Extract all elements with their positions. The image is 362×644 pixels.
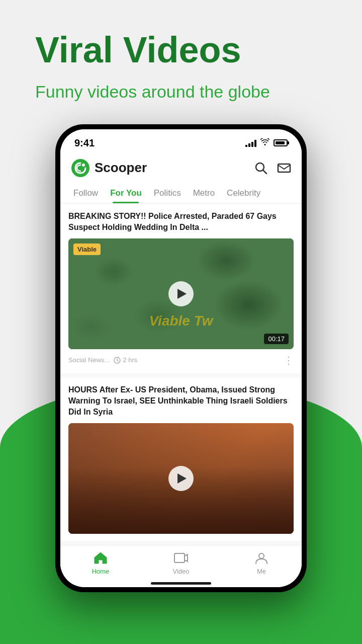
news-time-1: 2 hrs: [123, 356, 137, 364]
home-bar: [151, 582, 211, 585]
wifi-icon: [260, 138, 269, 147]
me-label: Me: [257, 568, 266, 575]
video-thumbnail-1[interactable]: Viable Viable Tw 00:17: [68, 238, 294, 349]
more-options-1[interactable]: ⋮: [284, 354, 294, 366]
battery-icon: [274, 139, 288, 146]
bottom-nav-video[interactable]: Video: [141, 550, 221, 575]
news-time-area-1: 2 hrs: [114, 356, 137, 364]
header-actions: [253, 160, 292, 176]
phone-screen: 9:41: [60, 129, 302, 587]
page-background: Viral Videos Funny videos around the glo…: [0, 0, 362, 644]
page-subtitle: Funny videos around the globe: [35, 80, 327, 104]
tab-metro[interactable]: Metro: [187, 183, 221, 203]
page-title: Viral Videos: [35, 30, 327, 70]
news-item-1: BREAKING STORY!! Police Arrested, Parade…: [60, 204, 302, 373]
news-meta-left-1: Social News... 2 hrs: [68, 356, 137, 364]
svg-rect-3: [278, 164, 290, 172]
content-area: BREAKING STORY!! Police Arrested, Parade…: [60, 204, 302, 545]
app-header: Scooper: [60, 153, 302, 183]
clock-icon: [114, 357, 121, 364]
status-time: 9:41: [74, 137, 95, 149]
news-meta-1: Social News... 2 hrs ⋮: [68, 354, 294, 366]
home-icon: [93, 550, 108, 566]
svg-point-6: [259, 553, 264, 558]
news-title-1: BREAKING STORY!! Police Arrested, Parade…: [68, 211, 294, 233]
home-label: Home: [92, 568, 110, 575]
home-indicator: [60, 583, 302, 587]
play-triangle-icon: [177, 289, 187, 299]
person-icon: [254, 550, 269, 566]
mail-icon[interactable]: [277, 160, 292, 176]
svg-rect-5: [174, 553, 185, 562]
nav-tabs: Follow For You Politics Metro Celebrity: [60, 183, 302, 204]
tab-for-you[interactable]: For You: [104, 183, 148, 203]
phone-frame: 9:41: [55, 124, 307, 592]
header-section: Viral Videos Funny videos around the glo…: [0, 0, 362, 104]
app-name: Scooper: [95, 160, 147, 176]
search-icon[interactable]: [253, 160, 268, 176]
tab-celebrity[interactable]: Celebrity: [221, 183, 266, 203]
video-duration-1: 00:17: [264, 334, 289, 344]
play-triangle-icon-2: [177, 473, 187, 484]
video-thumbnail-2[interactable]: [68, 423, 294, 534]
news-title-2: HOURS After Ex- US President, Obama, Iss…: [68, 384, 294, 418]
tab-follow[interactable]: Follow: [67, 183, 104, 203]
bottom-nav: Home Video Me: [60, 545, 302, 583]
svg-point-0: [71, 159, 89, 177]
logo-area: Scooper: [70, 158, 147, 178]
video-label-1: Viable: [73, 244, 101, 255]
tab-politics[interactable]: Politics: [148, 183, 187, 203]
app-logo-icon: [70, 158, 90, 178]
status-icons: [245, 138, 288, 147]
video-watermark-1: Viable Tw: [149, 313, 213, 329]
bottom-nav-home[interactable]: Home: [60, 550, 141, 575]
bottom-nav-me[interactable]: Me: [221, 550, 302, 575]
news-source-1: Social News...: [68, 356, 110, 364]
signal-icon: [245, 139, 256, 147]
video-icon: [173, 550, 189, 566]
news-item-2: HOURS After Ex- US President, Obama, Iss…: [60, 377, 302, 541]
svg-point-1: [82, 164, 85, 167]
video-label: Video: [172, 568, 189, 575]
play-button-2[interactable]: [168, 466, 194, 491]
status-bar: 9:41: [60, 129, 302, 153]
play-button-1[interactable]: [168, 281, 194, 306]
phone-mockup: 9:41: [0, 124, 362, 592]
